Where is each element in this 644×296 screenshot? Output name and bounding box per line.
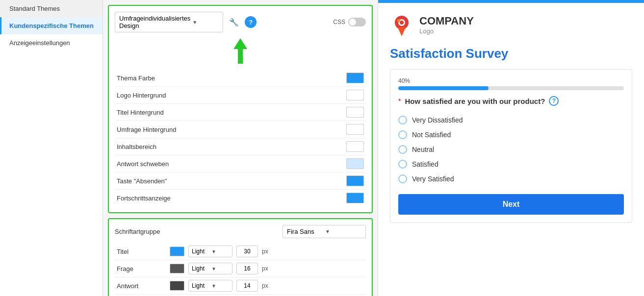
font-row-titel: Titel Light ▼ px [115,243,366,260]
company-logo-icon [390,13,413,36]
sidebar-item-standard-themes[interactable]: Standard Themes [0,0,103,17]
svg-point-4 [397,19,400,22]
font-size-input-antwort[interactable] [236,280,258,292]
radio-button-1[interactable] [398,130,407,139]
option-row-3: Satisfied [398,157,624,172]
left-panel: Umfrageindividualisiertes Design ▼ 🔧 ? C… [103,0,378,296]
color-swatch-taste[interactable] [346,175,364,186]
font-weight-dropdown-titel[interactable]: Light ▼ [188,246,232,257]
color-row-taste: Taste "Absenden" [115,173,366,190]
font-weight-dropdown-antwort[interactable]: Light ▼ [188,280,232,292]
radio-button-2[interactable] [398,145,407,154]
css-toggle: CSS [333,18,366,26]
progress-track [398,86,624,90]
survey-card: 40% * How satisfied are you with our pro… [390,69,632,223]
font-size-input-titel[interactable] [236,246,258,257]
company-header: COMPANY Logo [390,13,632,36]
design-dropdown[interactable]: Umfrageindividualisiertes Design ▼ [115,12,223,32]
font-size-input-frage[interactable] [236,263,258,274]
font-dropdown-arrow-icon: ▼ [325,229,361,234]
font-row-antwort: Antwort Light ▼ px [115,277,366,295]
option-row-4: Very Satisfied [398,172,624,186]
color-rows: Thema Farbe Logo Hintergrund Titel Hinte… [115,70,366,206]
svg-marker-3 [398,27,406,36]
next-button[interactable]: Next [398,194,624,215]
preview-panel: COMPANY Logo Satisfaction Survey 40% * H… [378,0,644,296]
color-swatch-fortschritt[interactable] [346,193,364,203]
sidebar: Standard Themes Kundenspezifische Themen… [0,0,103,296]
color-row-antwort: Antwort schweben [115,155,366,173]
option-row-0: Very Dissatisfied [398,113,624,127]
color-swatch-titel[interactable] [346,107,364,118]
font-color-swatch-frage[interactable] [170,264,184,273]
preview-content: COMPANY Logo Satisfaction Survey 40% * H… [378,3,644,233]
dropdown-arrow-icon: ▼ [192,20,219,25]
radio-button-3[interactable] [398,160,407,169]
design-header: Umfrageindividualisiertes Design ▼ 🔧 ? C… [115,12,366,32]
wrench-icon-button[interactable]: 🔧 [227,15,241,29]
progress-bar-container: 40% [398,77,624,90]
radio-button-0[interactable] [398,116,407,124]
progress-fill [398,86,489,90]
color-row-thema: Thema Farbe [115,70,366,87]
font-weight-dropdown-frage[interactable]: Light ▼ [188,263,232,274]
font-family-dropdown[interactable]: Fira Sans ▼ [283,225,366,238]
main-content: Umfrageindividualisiertes Design ▼ 🔧 ? C… [103,0,644,296]
question-row: * How satisfied are you with our product… [398,96,624,106]
font-group-row: Schriftartgruppe Fira Sans ▼ [115,225,366,238]
color-row-umfrage: Umfrage Hintergrund [115,121,366,138]
arrow-shaft [238,49,243,64]
color-swatch-thema[interactable] [346,73,364,83]
help-icon-button[interactable]: ? [245,16,257,28]
font-color-swatch-titel[interactable] [170,247,184,256]
font-box: Schriftartgruppe Fira Sans ▼ Titel Light… [108,218,373,296]
color-row-titel: Titel Hintergrund [115,104,366,121]
color-row-logo: Logo Hintergrund [115,87,366,104]
arrow-up-icon [233,38,247,49]
option-row-2: Neutral [398,142,624,157]
green-arrow [233,38,247,68]
css-toggle-switch[interactable] [348,18,366,26]
design-box: Umfrageindividualisiertes Design ▼ 🔧 ? C… [108,5,373,213]
radio-button-4[interactable] [398,174,407,183]
font-weight-arrow-icon-titel: ▼ [211,249,229,254]
options-list: Very Dissatisfied Not Satisfied Neutral … [398,113,624,186]
color-swatch-umfrage[interactable] [346,124,364,135]
font-color-swatch-antwort[interactable] [170,281,184,291]
color-swatch-logo[interactable] [346,90,364,100]
color-swatch-antwort[interactable] [346,158,364,169]
sidebar-item-display-settings[interactable]: Anzeigeeinstellungen [0,34,103,51]
survey-title: Satisfaction Survey [390,46,632,61]
sidebar-item-custom-themes[interactable]: Kundenspezifische Themen [0,17,103,34]
font-weight-arrow-icon-antwort: ▼ [211,283,229,289]
font-row-frage: Frage Light ▼ px [115,260,366,277]
font-weight-arrow-icon-frage: ▼ [211,266,229,271]
option-row-1: Not Satisfied [398,127,624,142]
color-row-inhalt: Inhaltsbereich [115,138,366,155]
color-row-fortschritt: Fortschrittsanzeige [115,190,366,206]
green-arrow-area [115,38,366,68]
company-info: COMPANY Logo [419,15,474,35]
color-swatch-inhalt[interactable] [346,141,364,152]
question-help-icon[interactable]: ? [549,96,559,106]
svg-point-2 [400,21,404,25]
